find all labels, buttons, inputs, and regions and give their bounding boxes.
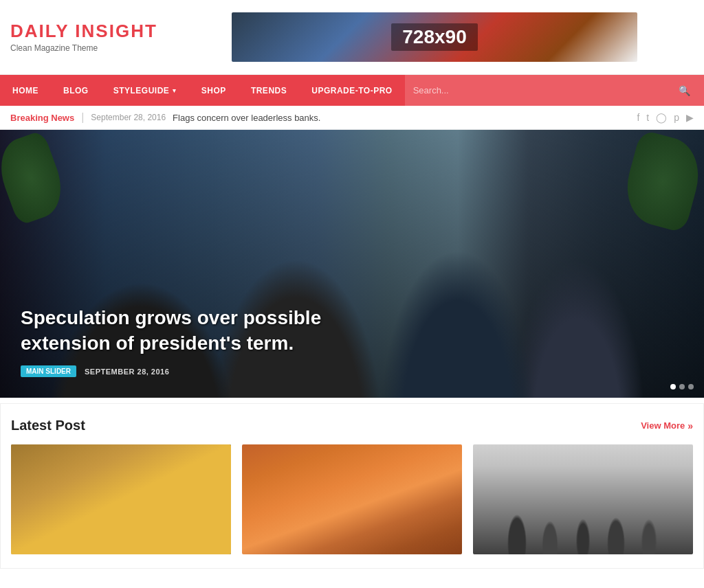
post-card-2[interactable]	[242, 444, 462, 554]
twitter-icon[interactable]: t	[646, 112, 649, 123]
post-card-3[interactable]	[473, 444, 693, 554]
social-icons-bar: f t ◯ p ▶	[637, 112, 694, 123]
latest-post-section: Latest Post View More »	[0, 403, 704, 569]
site-title[interactable]: DAILY INSIGHT	[10, 21, 162, 41]
youtube-icon[interactable]: ▶	[686, 112, 694, 123]
site-subtitle: Clean Magazine Theme	[10, 43, 162, 53]
nav-item-upgrade[interactable]: UPGRADE-TO-PRO	[299, 75, 404, 106]
hero-date: SEPTEMBER 28, 2016	[85, 368, 169, 376]
hero-title: Speculation grows over possible extensio…	[21, 306, 399, 356]
breaking-news-label: Breaking News	[10, 113, 74, 123]
logo-area: DAILY INSIGHT Clean Magazine Theme	[10, 21, 162, 53]
main-nav: HOME BLOG STYLEGUIDE ▾ SHOP TRENDS UPGRA…	[0, 75, 704, 106]
nav-item-home[interactable]: HOME	[0, 75, 51, 106]
slider-dot-1[interactable]	[670, 384, 676, 389]
post-card-image-2	[242, 444, 462, 554]
banner-area[interactable]: 728x90	[175, 12, 694, 62]
view-more-label: View More	[641, 420, 685, 431]
post-card-1[interactable]	[11, 444, 231, 554]
nav-item-blog[interactable]: BLOG	[51, 75, 101, 106]
breaking-news-date: September 28, 2016	[91, 113, 166, 122]
breaking-divider: |	[81, 111, 84, 124]
post-cards	[11, 444, 693, 554]
hero-content: Speculation grows over possible extensio…	[21, 306, 399, 377]
nav-item-trends[interactable]: TRENDS	[239, 75, 299, 106]
hero-meta: MAIN SLIDER SEPTEMBER 28, 2016	[21, 365, 399, 377]
slider-dot-2[interactable]	[679, 384, 685, 389]
latest-post-title: Latest Post	[11, 418, 85, 433]
search-button[interactable]: 🔍	[673, 85, 696, 96]
view-more-link[interactable]: View More »	[641, 420, 693, 431]
facebook-icon[interactable]: f	[637, 112, 639, 123]
hero-slider[interactable]: Speculation grows over possible extensio…	[0, 130, 704, 398]
post-card-image-1	[11, 444, 231, 554]
dropdown-arrow-icon: ▾	[173, 87, 177, 94]
pinterest-icon[interactable]: p	[674, 112, 679, 123]
site-header: DAILY INSIGHT Clean Magazine Theme 728x9…	[0, 0, 704, 75]
nav-items: HOME BLOG STYLEGUIDE ▾ SHOP TRENDS UPGRA…	[0, 75, 405, 106]
nav-item-shop[interactable]: SHOP	[189, 75, 239, 106]
breaking-news-headline: Flags concern over leaderless banks.	[173, 113, 637, 123]
post-card-image-3	[473, 444, 693, 554]
slider-dots	[670, 384, 694, 389]
banner-text: 728x90	[391, 23, 477, 51]
hero-badge[interactable]: MAIN SLIDER	[21, 365, 76, 377]
latest-post-header: Latest Post View More »	[11, 418, 693, 433]
hero-image: Speculation grows over possible extensio…	[0, 130, 704, 398]
nav-item-styleguide[interactable]: STYLEGUIDE ▾	[101, 75, 189, 106]
breaking-news-bar: Breaking News | September 28, 2016 Flags…	[0, 106, 704, 130]
banner-image: 728x90	[232, 12, 637, 62]
leaf-decoration-left	[0, 130, 71, 226]
instagram-icon[interactable]: ◯	[656, 112, 667, 123]
view-more-arrow-icon: »	[688, 420, 693, 431]
search-input[interactable]	[413, 85, 673, 95]
leaf-decoration-right	[618, 130, 704, 234]
nav-search-area: 🔍	[405, 75, 704, 106]
slider-dot-3[interactable]	[688, 384, 694, 389]
